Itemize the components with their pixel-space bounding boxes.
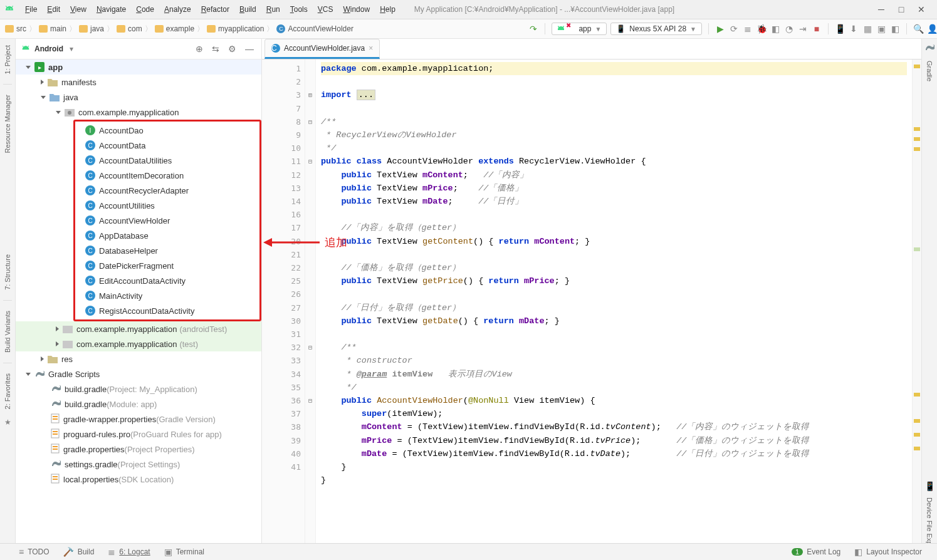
expand-arrow-icon[interactable] bbox=[26, 373, 31, 376]
tool-gradle[interactable]: Gradle bbox=[926, 58, 933, 84]
sync-icon[interactable]: ↷ bbox=[528, 24, 538, 34]
close-icon[interactable]: × bbox=[369, 44, 373, 53]
tree-node-gradle-file[interactable]: build.gradle (Module: app) bbox=[16, 397, 261, 412]
window-maximize-icon[interactable]: □ bbox=[896, 4, 907, 14]
menu-refactor[interactable]: Refactor bbox=[196, 4, 234, 15]
tree-node-class[interactable]: CEditAccountDataActivity bbox=[75, 273, 259, 288]
code-editor[interactable]: package com.example.myapplication; impor… bbox=[316, 60, 912, 560]
project-scope[interactable]: Android bbox=[34, 44, 63, 53]
coverage-icon[interactable]: ◔ bbox=[784, 24, 794, 34]
tree-node-test[interactable]: com.example.myapplication (test) bbox=[16, 336, 261, 351]
tree-node-gradle-file[interactable]: gradle-wrapper.properties (Gradle Versio… bbox=[16, 412, 261, 427]
tool-todo[interactable]: ≡TODO bbox=[19, 547, 50, 557]
error-stripe[interactable] bbox=[912, 60, 921, 560]
tree-node-gradle-file[interactable]: proguard-rules.pro (ProGuard Rules for a… bbox=[16, 427, 261, 442]
tree-node-gradle-scripts[interactable]: Gradle Scripts bbox=[16, 366, 261, 381]
menu-window[interactable]: Window bbox=[338, 4, 375, 15]
tool-logcat[interactable]: ≣6: Logcat bbox=[108, 547, 150, 557]
tree-node-class[interactable]: CMainActivity bbox=[75, 288, 259, 303]
stop-icon[interactable]: ■ bbox=[812, 24, 822, 34]
tree-node-class[interactable]: CDatabaseHelper bbox=[75, 243, 259, 258]
run-config-dropdown[interactable]: ✖ app ▼ bbox=[552, 23, 607, 35]
hide-icon[interactable]: — bbox=[243, 44, 256, 54]
layout-icon[interactable]: ▦ bbox=[862, 24, 872, 34]
menu-edit[interactable]: Edit bbox=[42, 4, 65, 15]
user-icon[interactable]: 👤 bbox=[927, 24, 937, 34]
window-minimize-icon[interactable]: ─ bbox=[876, 4, 887, 14]
tree-node-class[interactable]: CAccountItemDecoration bbox=[75, 168, 259, 183]
tree-node-class[interactable]: CDatePickerFragment bbox=[75, 258, 259, 273]
tree-node-class[interactable]: CRegistAccountDataActivity bbox=[75, 303, 259, 318]
status-event-log[interactable]: 1 Event Log bbox=[792, 547, 840, 556]
expand-arrow-icon[interactable] bbox=[41, 96, 46, 99]
tool-build[interactable]: 🔨Build bbox=[63, 547, 95, 557]
line-gutter[interactable]: 1237891011121314161720212225262730313233… bbox=[262, 60, 305, 560]
window-close-icon[interactable]: ✕ bbox=[916, 4, 927, 14]
expand-arrow-icon[interactable] bbox=[26, 66, 31, 69]
tree-node-java[interactable]: java bbox=[16, 90, 261, 105]
tree-node-res[interactable]: res bbox=[16, 351, 261, 366]
breadcrumb-segment[interactable]: myapplication bbox=[207, 24, 264, 33]
apply-code-icon[interactable]: ≣ bbox=[743, 24, 753, 34]
tree-node-gradle-file[interactable]: build.gradle (Project: My_Application) bbox=[16, 381, 261, 397]
avd-icon[interactable]: 📱 bbox=[835, 24, 845, 34]
expand-arrow-icon[interactable] bbox=[56, 341, 59, 346]
collapse-icon[interactable]: ⇆ bbox=[209, 44, 222, 54]
breadcrumb-segment[interactable]: src bbox=[5, 24, 26, 33]
menu-vcs[interactable]: VCS bbox=[313, 4, 338, 15]
expand-arrow-icon[interactable] bbox=[56, 326, 59, 331]
menu-file[interactable]: File bbox=[20, 4, 42, 15]
tree-node-class[interactable]: CAppDatabase bbox=[75, 228, 259, 243]
tree-node-gradle-file[interactable]: settings.gradle (Project Settings) bbox=[16, 457, 261, 472]
apply-changes-icon[interactable]: ⟳ bbox=[729, 24, 739, 34]
tree-node-androidtest[interactable]: com.example.myapplication (androidTest) bbox=[16, 321, 261, 336]
fold-column[interactable]: ⊞⊟⊟⊟⊟ bbox=[305, 60, 316, 560]
breadcrumb-segment[interactable]: main bbox=[39, 24, 66, 33]
resource-icon[interactable]: ▣ bbox=[876, 24, 886, 34]
device-dropdown[interactable]: 📱 Nexus 5X API 28 ▼ bbox=[610, 23, 702, 35]
tree-node-package[interactable]: com.example.myapplication bbox=[16, 105, 261, 120]
profile-icon[interactable]: ◧ bbox=[770, 24, 780, 34]
tree-node-class[interactable]: CAccountUtilities bbox=[75, 198, 259, 213]
editor-tab[interactable]: C AccountViewHolder.java × bbox=[264, 39, 380, 59]
tree-node-app[interactable]: ▸ app bbox=[16, 60, 261, 75]
search-icon[interactable]: 🔍 bbox=[913, 24, 923, 34]
breadcrumb-segment[interactable]: java bbox=[79, 24, 104, 33]
menu-run[interactable]: Run bbox=[261, 4, 285, 15]
tree-node-class[interactable]: IAccountDao bbox=[75, 123, 259, 138]
tool-resource-manager[interactable]: Resource Manager bbox=[4, 91, 11, 157]
tool-structure[interactable]: 7: Structure bbox=[4, 251, 11, 294]
breadcrumb-segment[interactable]: CAccountViewHolder bbox=[276, 24, 353, 33]
tree-node-class[interactable]: CAccountData bbox=[75, 138, 259, 153]
theme-icon[interactable]: ◧ bbox=[890, 24, 900, 34]
expand-arrow-icon[interactable] bbox=[56, 111, 61, 114]
expand-arrow-icon[interactable] bbox=[41, 80, 44, 85]
tree-node-class[interactable]: CAccountDataUtilities bbox=[75, 153, 259, 168]
tool-favorites[interactable]: 2: Favorites bbox=[4, 370, 11, 413]
expand-arrow-icon[interactable] bbox=[41, 356, 44, 361]
menu-navigate[interactable]: Navigate bbox=[92, 4, 131, 15]
menu-view[interactable]: View bbox=[65, 4, 92, 15]
tree-node-gradle-file[interactable]: local.properties (SDK Location) bbox=[16, 472, 261, 487]
project-tree[interactable]: ▸ app manifests java com.example.myappli… bbox=[16, 60, 261, 560]
attach-icon[interactable]: ⇥ bbox=[798, 24, 808, 34]
menu-tools[interactable]: Tools bbox=[285, 4, 313, 15]
breadcrumb-segment[interactable]: example bbox=[155, 24, 194, 33]
sdk-icon[interactable]: ⬇ bbox=[849, 24, 859, 34]
debug-icon[interactable]: 🐞 bbox=[756, 24, 767, 34]
tree-node-class[interactable]: CAccountViewHolder bbox=[75, 213, 259, 228]
tool-build-variants[interactable]: Build Variants bbox=[4, 307, 11, 356]
tool-terminal[interactable]: ▣Terminal bbox=[164, 547, 204, 557]
tree-node-manifests[interactable]: manifests bbox=[16, 75, 261, 90]
gear-icon[interactable]: ⚙ bbox=[226, 44, 239, 54]
tool-project[interactable]: 1: Project bbox=[4, 41, 11, 78]
run-icon[interactable]: ▶ bbox=[715, 24, 725, 34]
tree-node-gradle-file[interactable]: gradle.properties (Project Properties) bbox=[16, 442, 261, 457]
menu-code[interactable]: Code bbox=[131, 4, 159, 15]
status-layout-inspector[interactable]: ◧Layout Inspector bbox=[854, 547, 922, 557]
menu-build[interactable]: Build bbox=[234, 4, 261, 15]
menu-analyze[interactable]: Analyze bbox=[159, 4, 196, 15]
menu-help[interactable]: Help bbox=[375, 4, 400, 15]
breadcrumb-segment[interactable]: com bbox=[117, 24, 142, 33]
locate-icon[interactable]: ⊕ bbox=[193, 44, 206, 54]
